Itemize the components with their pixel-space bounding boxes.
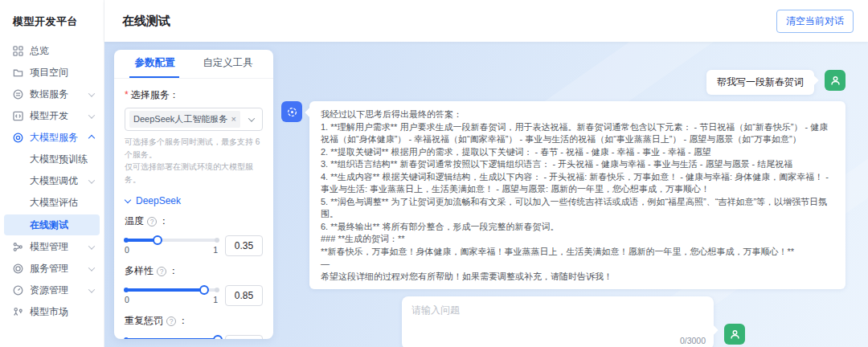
code-icon [12, 111, 23, 122]
ai-message-line: 3. **组织语言结构** 新春贺词通常按照以下逻辑组织语言： - 开头祝福 -… [321, 158, 834, 171]
sidebar-item-llm-tuning[interactable]: 大模型调优 [0, 170, 104, 192]
slider-handle[interactable] [213, 335, 223, 339]
ai-message-line: 1. **理解用户需求** 用户要求生成一段新春贺词，用于表达祝福。新春贺词通常… [321, 121, 834, 146]
sidebar-item-llm-pretrain[interactable]: 大模型预训练 [0, 149, 104, 170]
ai-model-avatar [281, 101, 302, 122]
panel-tabs: 参数配置 自定义工具 [114, 50, 273, 79]
ai-message-row: 我经过以下思考后得出最终的答案： 1. **理解用户需求** 用户要求生成一段新… [281, 101, 857, 289]
ai-message-line: 4. **生成内容** 根据关键词和逻辑结构，生成以下内容： - 开头祝福: 新… [321, 171, 834, 196]
chevron-down-icon [88, 90, 95, 96]
sidebar-item-label: 在线测试 [30, 218, 68, 232]
content-area: 参数配置 自定义工具 *选择服务： DeepSeek人工智能服务× 可选择多个服… [104, 42, 868, 347]
temperature-value-input[interactable]: 0.35 [225, 235, 263, 256]
diversity-value-input[interactable]: 0.85 [225, 285, 263, 306]
user-avatar [724, 324, 745, 345]
sidebar-item-label: 项目空间 [30, 66, 68, 80]
sidebar-item-label: 服务管理 [30, 262, 68, 276]
clear-conversation-button[interactable]: 清空当前对话 [776, 10, 854, 33]
sidebar-item-label: 模型开发 [30, 109, 68, 123]
model-service-icon [12, 133, 23, 144]
sidebar-item-label: 大模型评估 [30, 196, 78, 210]
repetition-penalty-slider[interactable] [125, 338, 218, 339]
sidebar-item-label: 模型市场 [30, 305, 68, 319]
chat-area: 帮我写一段新春贺词 我经过以下思考后得出最终的答案： 1. **理解用户需求**… [273, 50, 857, 347]
question-icon[interactable]: ? [157, 267, 166, 276]
ai-message-line: 我经过以下思考后得出最终的答案： [321, 108, 834, 121]
sidebar-item-label: 总览 [30, 44, 49, 58]
chevron-down-icon [88, 264, 95, 271]
chevron-down-icon [88, 112, 95, 118]
user-message-bubble: 帮我写一段新春贺词 [706, 70, 814, 95]
service-select-label: *选择服务： [125, 88, 263, 102]
deepseek-group-toggle[interactable]: DeepSeek [125, 195, 263, 206]
temperature-slider[interactable] [125, 239, 218, 242]
service-icon [12, 263, 23, 275]
parameter-panel: 参数配置 自定义工具 *选择服务： DeepSeek人工智能服务× 可选择多个服… [114, 50, 273, 339]
sidebar-item-resource-mgmt[interactable]: 资源管理 [0, 280, 104, 301]
question-icon[interactable]: ? [166, 316, 176, 326]
sidebar-item-label: 大模型服务 [30, 131, 78, 145]
slider-max: 1 [213, 245, 218, 255]
slider-min: 0 [125, 245, 129, 255]
slider-handle[interactable] [199, 285, 209, 295]
chat-input-box: 0/3000 [402, 296, 714, 347]
diversity-group: 多样性 ? ： 01 0.8 [125, 264, 263, 306]
ai-message-line: 希望这段详细的过程对您有所帮助！如果需要调整或补充，请随时告诉我！ [321, 271, 834, 284]
chevron-down-icon [88, 286, 95, 292]
chevron-down-icon[interactable] [248, 115, 255, 121]
ai-message-line: 6. **最终输出** 将所有部分整合，形成一段完整的新春贺词。 [321, 221, 834, 234]
sidebar-item-model-mgmt[interactable]: 模型管理 [0, 236, 104, 258]
question-icon[interactable]: ? [147, 217, 157, 227]
sidebar-item-model-market[interactable]: 模型市场 [0, 301, 104, 323]
chat-input-row: 0/3000 [281, 296, 857, 347]
chevron-down-icon [125, 196, 131, 202]
nodes-icon [12, 242, 23, 253]
page-title: 在线测试 [122, 14, 170, 29]
slider-handle[interactable] [153, 235, 162, 245]
app-title: 模型开发平台 [0, 10, 104, 40]
ai-message-bubble: 我经过以下思考后得出最终的答案： 1. **理解用户需求** 用户要求生成一段新… [309, 101, 845, 289]
sidebar-item-label: 资源管理 [30, 284, 68, 297]
sidebar-item-overview[interactable]: 总览 [0, 40, 104, 62]
user-message-row: 帮我写一段新春贺词 [281, 70, 857, 95]
sidebar-item-label: 模型管理 [30, 240, 68, 254]
sidebar: 模型开发平台 总览 项目空间 数据服务 模型开发 大模型服务 大模型预训练 [0, 0, 104, 347]
sidebar-item-label: 大模型预训练 [30, 153, 88, 166]
service-help-text: 可选择多个服务同时测试，最多支持 6 个服务。 仅可选择部署在测试环境的大模型服… [125, 136, 263, 186]
repetition-penalty-value-input[interactable]: 1 [225, 335, 263, 339]
sidebar-item-project-space[interactable]: 项目空间 [0, 62, 104, 84]
sidebar-item-label: 数据服务 [30, 88, 68, 101]
question-input[interactable] [402, 296, 714, 347]
tab-custom-tools[interactable]: 自定义工具 [198, 50, 258, 78]
chevron-down-icon [88, 177, 95, 183]
chevron-down-icon [88, 243, 95, 249]
ai-message-line: — [321, 258, 834, 271]
ai-message-line: ### **生成的贺词：** [321, 233, 834, 246]
service-select[interactable]: DeepSeek人工智能服务× [125, 108, 263, 131]
database-icon [12, 89, 23, 100]
sidebar-item-label: 大模型调优 [30, 174, 78, 188]
group-label: DeepSeek [136, 195, 181, 206]
repetition-penalty-label: 重复惩罚 ? ： [125, 314, 263, 328]
grid-icon [12, 46, 23, 57]
main-area: 在线测试 清空当前对话 参数配置 自定义工具 *选择服务： DeepSeek人工… [104, 0, 868, 347]
tab-parameter-config[interactable]: 参数配置 [129, 50, 179, 78]
folder-icon [12, 67, 23, 79]
sidebar-item-llm-eval[interactable]: 大模型评估 [0, 192, 104, 214]
required-asterisk: * [125, 89, 129, 100]
sidebar-item-model-dev[interactable]: 模型开发 [0, 105, 104, 127]
sidebar-item-data-services[interactable]: 数据服务 [0, 84, 104, 105]
repetition-penalty-group: 重复惩罚 ? ： 01 1 [125, 314, 263, 339]
ai-message-line: 2. **提取关键词** 根据用户的需求，提取以下关键词： - 春节 - 祝福 … [321, 146, 834, 159]
sidebar-item-service-mgmt[interactable]: 服务管理 [0, 258, 104, 280]
app-root: 模型开发平台 总览 项目空间 数据服务 模型开发 大模型服务 大模型预训练 [0, 0, 868, 347]
temperature-group: 温度 ? ： 01 0.35 [125, 214, 263, 256]
ai-message-line: 5. **润色与调整** 为了让贺词更加流畅和有文采，可以加入一些传统吉祥话或成… [321, 196, 834, 221]
user-avatar [825, 70, 845, 91]
ai-message-line: **新春快乐，万事如意！身体健康，阖家幸福！事业蒸蒸日上，生活美满如意！愿新的一… [321, 246, 834, 259]
char-counter: 0/3000 [680, 336, 706, 345]
remove-tag-icon[interactable]: × [231, 115, 235, 124]
sidebar-item-online-test[interactable]: 在线测试 [4, 214, 100, 235]
diversity-slider[interactable] [125, 288, 218, 292]
sidebar-item-llm-services[interactable]: 大模型服务 [0, 127, 104, 149]
